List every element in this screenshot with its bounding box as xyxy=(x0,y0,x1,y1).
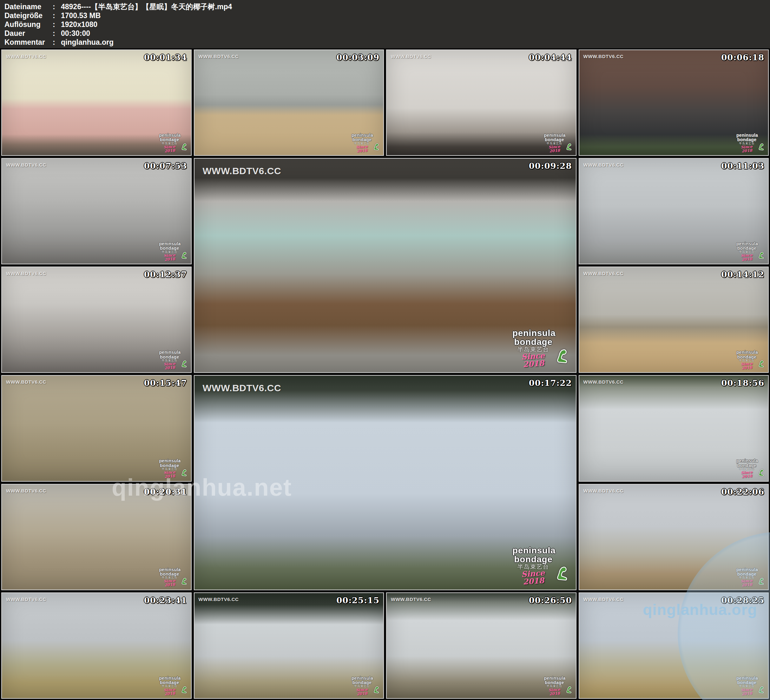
logo-brand-line2: bondage xyxy=(513,338,554,347)
logo-brand-line2: bondage xyxy=(159,138,180,142)
file-info-row: Dauer : 00:30:00 xyxy=(5,29,770,38)
video-thumbnail-dark-rusty-wall: WWW.BDTV6.CC 00:06:18 peninsula bondage … xyxy=(579,50,769,156)
logo-since-line: Since 2018 xyxy=(159,687,181,696)
timestamp-overlay: 00:14:12 xyxy=(721,270,764,279)
kneeling-figure-icon xyxy=(758,577,765,587)
timestamp-overlay: 00:22:06 xyxy=(721,487,764,497)
logo-since-line: Since 2018 xyxy=(736,144,758,153)
file-info-separator: : xyxy=(53,20,61,29)
logo-brand-line1: peninsula xyxy=(159,350,180,355)
file-info-label: Kommentar xyxy=(5,38,53,47)
peninsula-bondage-logo: peninsula bondage 半岛束艺台 Since 2018 xyxy=(736,459,765,478)
logo-brand-line1: peninsula xyxy=(736,459,757,463)
logo-brand-line1: peninsula xyxy=(351,133,372,138)
video-thumbnail-palm-fronds-sky: WWW.BDTV6.CC 00:25:15 peninsula bondage … xyxy=(194,592,384,699)
video-thumbnail-reeds-field: WWW.BDTV6.CC 00:20:31 peninsula bondage … xyxy=(1,484,192,590)
logo-brand-line2: bondage xyxy=(159,463,180,468)
kneeling-figure-icon xyxy=(181,469,188,478)
peninsula-bondage-logo: peninsula bondage 半岛束艺台 Since 2018 xyxy=(736,676,765,695)
peninsula-bondage-logo: peninsula bondage 半岛束艺台 Since 2018 xyxy=(351,133,380,152)
logo-brand-line1: peninsula xyxy=(159,459,180,463)
logo-brand-line2: bondage xyxy=(351,138,372,142)
peninsula-bondage-logo: peninsula bondage 半岛束艺台 Since 2018 xyxy=(159,133,188,152)
video-thumbnail-office-interior: WWW.BDTV6.CC 00:09:28 peninsula bondage … xyxy=(194,158,576,373)
kneeling-figure-icon xyxy=(566,686,573,695)
peninsula-bondage-logo: peninsula bondage 半岛束艺台 Since 2018 xyxy=(159,350,188,369)
logo-since-line: Since 2018 xyxy=(159,578,181,588)
peninsula-bondage-logo: peninsula bondage 半岛束艺台 Since 2018 xyxy=(736,133,765,152)
logo-brand-line1: peninsula xyxy=(544,676,565,681)
file-info-row: Dateigröße : 1700.53 MB xyxy=(5,11,770,20)
file-info-value: 1700.53 MB xyxy=(61,11,770,20)
site-watermark: WWW.BDTV6.CC xyxy=(391,53,431,59)
video-thumbnail-living-room-sofa: WWW.BDTV6.CC 00:01:34 peninsula bondage … xyxy=(1,50,192,156)
logo-since-line: Since 2018 xyxy=(159,470,181,479)
logo-since-line: Since 2018 xyxy=(351,687,373,696)
peninsula-bondage-logo: peninsula bondage 半岛束艺台 Since 2018 xyxy=(159,241,188,261)
video-thumbnail-staircase-graffiti: WWW.BDTV6.CC 00:12:37 peninsula bondage … xyxy=(1,267,192,373)
logo-since-line: Since 2018 xyxy=(544,687,565,696)
logo-since-line: Since 2018 xyxy=(159,253,181,262)
site-watermark: WWW.BDTV6.CC xyxy=(391,596,431,602)
file-info-value: qinglanhua.org xyxy=(61,38,770,47)
kneeling-figure-icon xyxy=(758,360,765,369)
video-thumbnail-plaza-palm-tree: WWW.BDTV6.CC 00:14:12 peninsula bondage … xyxy=(579,267,769,373)
peninsula-bondage-logo: peninsula bondage 半岛束艺台 Since 2018 xyxy=(159,459,188,478)
kneeling-figure-icon xyxy=(758,143,765,152)
logo-brand-line1: peninsula xyxy=(159,676,180,681)
logo-brand-line1: peninsula xyxy=(736,350,757,355)
site-watermark: WWW.BDTV6.CC xyxy=(584,53,624,59)
file-info-value: 1920x1080 xyxy=(61,20,770,29)
peninsula-bondage-logo: peninsula bondage 半岛束艺台 Since 2018 xyxy=(736,241,765,261)
video-thumbnail-palm-fronds-sky-city: WWW.BDTV6.CC 00:17:22 peninsula bondage … xyxy=(194,375,576,590)
video-thumbnail-glass-facade: WWW.BDTV6.CC 00:11:03 peninsula bondage … xyxy=(579,158,769,264)
logo-since-line: Since 2018 xyxy=(736,361,758,371)
file-info-row: Dateiname : 48926----【半岛束艺台】【星眠】冬天的椰子树.m… xyxy=(5,2,770,11)
peninsula-bondage-logo: peninsula bondage 半岛束艺台 Since 2018 xyxy=(736,350,765,369)
file-info-row: Kommentar : qinglanhua.org xyxy=(5,38,770,47)
logo-since-line: Since 2018 xyxy=(736,578,758,588)
file-info-label: Dateiname xyxy=(5,2,53,11)
file-info-separator: : xyxy=(53,2,61,11)
video-thumbnail-field-sky-figure: WWW.BDTV6.CC 00:22:06 peninsula bondage … xyxy=(579,484,769,590)
site-watermark: WWW.BDTV6.CC xyxy=(6,271,46,276)
site-watermark: WWW.BDTV6.CC xyxy=(6,379,46,385)
video-thumbnail-dry-grass-field: WWW.BDTV6.CC 00:15:47 peninsula bondage … xyxy=(1,375,192,481)
file-info-value: 48926----【半岛束艺台】【星眠】冬天的椰子树.mp4 xyxy=(61,2,770,11)
kneeling-figure-icon xyxy=(555,566,569,584)
timestamp-overlay: 00:11:03 xyxy=(721,161,764,171)
file-info-row: Auflösung : 1920x1080 xyxy=(5,20,770,29)
site-watermark: WWW.BDTV6.CC xyxy=(584,379,624,385)
video-thumbnail-concrete-room: WWW.BDTV6.CC 00:07:53 peninsula bondage … xyxy=(1,158,192,264)
kneeling-figure-icon xyxy=(181,577,188,587)
site-watermark: WWW.BDTV6.CC xyxy=(203,383,281,394)
peninsula-bondage-logo: peninsula bondage 半岛束艺台 Since 2018 xyxy=(159,676,188,695)
kneeling-figure-icon xyxy=(373,143,380,152)
logo-brand-line2: bondage xyxy=(159,355,180,359)
timestamp-overlay: 00:18:56 xyxy=(721,378,764,388)
peninsula-bondage-logo: peninsula bondage 半岛束艺台 Since 2018 xyxy=(544,133,573,152)
kneeling-figure-icon xyxy=(566,143,573,152)
peninsula-bondage-logo: peninsula bondage 半岛束艺台 Since 2018 xyxy=(544,676,573,695)
peninsula-bondage-logo: peninsula bondage 半岛束艺台 Since 2018 xyxy=(513,546,569,585)
site-watermark: WWW.BDTV6.CC xyxy=(6,488,46,493)
site-watermark: WWW.BDTV6.CC xyxy=(584,271,624,276)
timestamp-overlay: 00:04:44 xyxy=(529,53,572,62)
logo-brand-line2: bondage xyxy=(736,355,757,359)
logo-since-line: Since 2018 xyxy=(736,687,758,696)
timestamp-overlay: 00:28:25 xyxy=(721,596,764,605)
site-watermark: WWW.BDTV6.CC xyxy=(584,596,624,602)
kneeling-figure-icon xyxy=(758,469,765,478)
peninsula-bondage-logo: peninsula bondage 半岛束艺台 Since 2018 xyxy=(513,329,569,368)
logo-brand-line1: peninsula xyxy=(544,133,565,138)
file-info-separator: : xyxy=(53,38,61,47)
logo-brand-line2: bondage xyxy=(736,463,757,468)
logo-since-line: Since 2018 xyxy=(736,470,758,479)
file-info-label: Auflösung xyxy=(5,20,53,29)
kneeling-figure-icon xyxy=(758,686,765,695)
file-info-separator: : xyxy=(53,11,61,20)
logo-brand-line1: peninsula xyxy=(736,241,757,246)
logo-since-line: Since 2018 xyxy=(736,253,758,262)
logo-brand-line1: peninsula xyxy=(736,567,757,572)
logo-brand-line1: peninsula xyxy=(159,241,180,246)
